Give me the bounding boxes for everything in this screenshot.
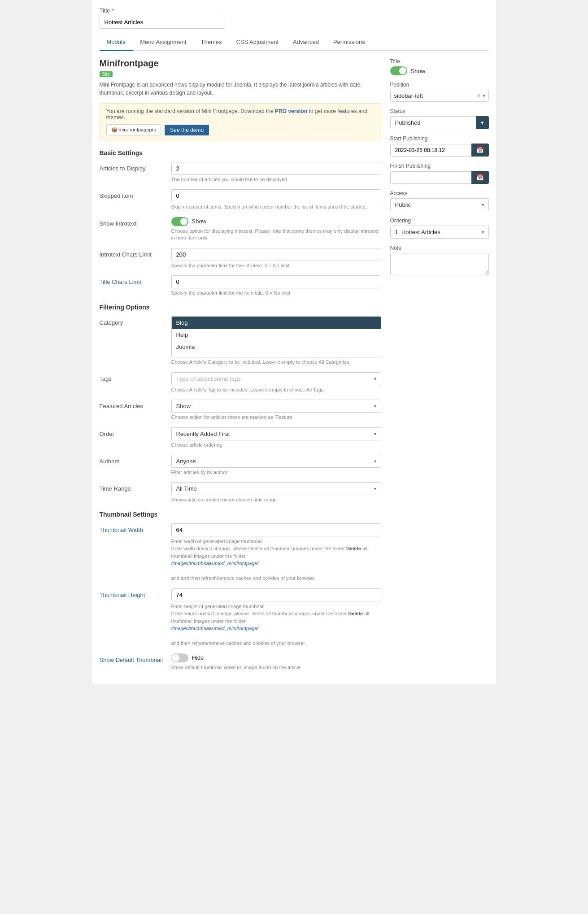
category-item-blog[interactable]: Blog	[172, 317, 381, 329]
category-label: Category	[100, 316, 167, 326]
title-field-label: Title *	[100, 7, 489, 14]
tab-advanced[interactable]: Advanced	[286, 34, 326, 51]
right-finish-publishing-calendar-btn[interactable]: 📅	[471, 171, 489, 184]
right-finish-publishing-input[interactable]	[390, 171, 471, 184]
show-default-thumbnail-toggle[interactable]	[171, 653, 188, 662]
right-finish-publishing-row: 📅	[390, 171, 489, 184]
category-item-joomla[interactable]: Joomla	[172, 341, 381, 353]
authors-dropdown[interactable]: Anyone ▾	[171, 455, 381, 468]
introtext-chars-limit-label: Introtext Chars Limit	[100, 248, 167, 258]
chevron-down-icon: ▾	[374, 404, 376, 409]
clear-icon[interactable]: ✕	[477, 93, 481, 99]
right-ordering-display[interactable]: 1. Hottest Articles ▾	[390, 226, 489, 239]
chevron-down-icon: ▾	[482, 202, 484, 207]
right-access-value: Public	[395, 201, 411, 208]
thumbnail-height-label: Thumbnail Height	[100, 588, 167, 598]
tab-permissions[interactable]: Permissions	[326, 34, 372, 51]
right-ordering-field: Ordering 1. Hottest Articles ▾	[390, 218, 489, 239]
thumbnail-height-input[interactable]	[171, 588, 381, 601]
tab-menu-assignment[interactable]: Menu Assignment	[133, 34, 193, 51]
authors-display[interactable]: Anyone ▾	[171, 455, 381, 468]
module-header: Minifrontpage Site Mini Frontpage is an …	[100, 58, 381, 97]
right-note-label: Note	[390, 245, 489, 251]
title-chars-limit-content: Specify the character limit for the item…	[171, 275, 381, 296]
main-content: Minifrontpage Site Mini Frontpage is an …	[100, 58, 489, 677]
right-note-textarea[interactable]	[390, 253, 489, 275]
time-range-content: All Time ▾ Shows articles created under …	[171, 482, 381, 503]
authors-row: Authors Anyone ▾ Filter articles by its …	[100, 455, 381, 476]
thumbnail-width-label: Thumbnail Width	[100, 523, 167, 533]
chevron-down-icon: ▾	[374, 376, 376, 381]
right-access-display[interactable]: Public ▾	[390, 198, 489, 211]
articles-to-display-label: Articles to Display	[100, 162, 167, 172]
order-dropdown[interactable]: Recently Added First ▾	[171, 427, 381, 440]
chevron-down-icon: ▾	[374, 486, 376, 491]
chevron-down-icon: ▾	[482, 230, 484, 235]
introtext-chars-limit-content: Specify the character limit for the intr…	[171, 248, 381, 269]
category-scroll[interactable]: Blog Help Joomla Typography	[172, 317, 381, 357]
featured-articles-display[interactable]: Show ▾	[171, 400, 381, 413]
thumbnail-width-content: Enter width of generated image thumbnail…	[171, 523, 381, 582]
right-start-publishing-input[interactable]	[390, 144, 471, 157]
tags-dropdown[interactable]: Type or select some tags ▾	[171, 372, 381, 385]
chevron-down-icon: ▾	[374, 459, 376, 464]
featured-articles-hint: Choose action for articles those are mar…	[171, 414, 381, 421]
right-status-label: Status	[390, 108, 489, 114]
thumbnail-settings-title: Thumbnail Settings	[100, 511, 381, 518]
show-introtext-toggle[interactable]	[171, 217, 188, 226]
download-button[interactable]: 📦 min-frontpagepro	[106, 124, 161, 135]
category-list: Blog Help Joomla Typography	[171, 316, 381, 357]
chevron-down-icon[interactable]: ▾	[483, 93, 485, 98]
introtext-chars-limit-input[interactable]	[171, 248, 381, 261]
show-introtext-toggle-row: Show	[171, 217, 381, 226]
thumbnail-height-hint: Enter height of generated image thumbnai…	[171, 603, 381, 647]
chevron-down-icon: ▾	[374, 431, 376, 436]
time-range-hint: Shows articles created under chosen time…	[171, 496, 381, 503]
promo-buttons: 📦 min-frontpagepro See the demo	[106, 124, 375, 135]
title-section: Title *	[100, 7, 489, 29]
thumbnail-width-input[interactable]	[171, 523, 381, 536]
show-default-thumbnail-label: Show Default Thumbnail	[100, 653, 167, 663]
tags-placeholder: Type or select some tags	[176, 375, 241, 382]
title-chars-limit-label: Title Chars Limit	[100, 275, 167, 285]
filtering-options-title: Filtering Options	[100, 304, 381, 311]
right-position-select-wrap: sidebar-left ✕ ▾	[390, 90, 489, 102]
show-introtext-content: Show Choose option for displaying introt…	[171, 217, 381, 242]
tab-module[interactable]: Module	[100, 34, 133, 51]
right-access-dropdown[interactable]: Public ▾	[390, 198, 489, 211]
featured-articles-label: Featured Articles	[100, 400, 167, 409]
right-status-dropdown-btn[interactable]: ▾	[476, 116, 489, 129]
order-display[interactable]: Recently Added First ▾	[171, 427, 381, 440]
right-ordering-dropdown[interactable]: 1. Hottest Articles ▾	[390, 226, 489, 239]
category-item-help[interactable]: Help	[172, 329, 381, 341]
tags-dropdown-display[interactable]: Type or select some tags ▾	[171, 372, 381, 385]
skipped-item-input[interactable]	[171, 189, 381, 202]
show-introtext-row: Show Introtext Show Choose option for di…	[100, 217, 381, 242]
right-start-publishing-calendar-btn[interactable]: 📅	[471, 144, 489, 157]
right-title-toggle[interactable]	[390, 66, 407, 75]
tab-bar: Module Menu Assignment Themes CSS Adjust…	[100, 34, 489, 51]
featured-articles-row: Featured Articles Show ▾ Choose action f…	[100, 400, 381, 421]
right-position-field: Position sidebar-left ✕ ▾	[390, 82, 489, 102]
tab-themes[interactable]: Themes	[193, 34, 229, 51]
right-status-value: Published	[390, 116, 476, 129]
featured-articles-dropdown[interactable]: Show ▾	[171, 400, 381, 413]
show-default-thumbnail-toggle-row: Hide	[171, 653, 381, 662]
title-input[interactable]	[100, 16, 225, 29]
right-access-label: Access	[390, 190, 489, 196]
tab-css-adjustment[interactable]: CSS Adjustment	[229, 34, 286, 51]
right-ordering-value: 1. Hottest Articles	[395, 229, 440, 235]
category-item-typography[interactable]: Typography	[172, 353, 381, 357]
order-label: Order	[100, 427, 167, 437]
right-start-publishing-field: Start Publishing 📅	[390, 135, 489, 157]
time-range-display[interactable]: All Time ▾	[171, 482, 381, 495]
show-default-thumbnail-row: Show Default Thumbnail Hide Show default…	[100, 653, 381, 671]
title-chars-limit-input[interactable]	[171, 275, 381, 288]
thumbnail-width-hint: Enter width of generated image thumbnail…	[171, 538, 381, 582]
see-demo-button[interactable]: See the demo	[165, 125, 209, 135]
time-range-dropdown[interactable]: All Time ▾	[171, 482, 381, 495]
thumbnail-width-row: Thumbnail Width Enter width of generated…	[100, 523, 381, 582]
right-title-toggle-label: Show	[411, 68, 426, 74]
articles-to-display-input[interactable]	[171, 162, 381, 175]
right-status-row: Published ▾	[390, 116, 489, 129]
